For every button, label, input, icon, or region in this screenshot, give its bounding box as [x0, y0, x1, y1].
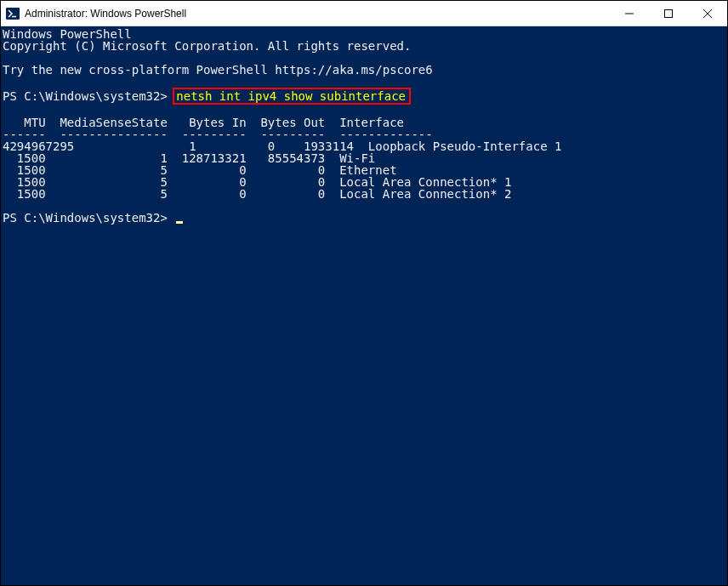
banner-line: Windows PowerShell: [3, 28, 725, 40]
prompt-line-2: PS C:\Windows\system32>: [3, 212, 725, 224]
table-row: 1500 5 0 0 Ethernet: [3, 164, 725, 176]
table-row: 4294967295 1 0 1933114 Loopback Pseudo-I…: [3, 140, 725, 152]
tip-line: Try the new cross-platform PowerShell ht…: [3, 64, 725, 76]
terminal-content[interactable]: Windows PowerShellCopyright (C) Microsof…: [1, 26, 727, 585]
blank-line: [3, 200, 725, 212]
prompt-prefix: PS C:\Windows\system32>: [3, 211, 174, 225]
powershell-window: Administrator: Windows PowerShell Window…: [0, 0, 728, 586]
close-button[interactable]: [688, 1, 727, 26]
table-row: 1500 1 128713321 85554373 Wi-Fi: [3, 152, 725, 164]
svg-rect-3: [665, 9, 673, 17]
table-row: 1500 5 0 0 Local Area Connection* 1: [3, 176, 725, 188]
prompt-line-1: PS C:\Windows\system32> netsh int ipv4 s…: [3, 88, 725, 105]
cursor: [176, 221, 183, 224]
table-row: 1500 5 0 0 Local Area Connection* 2: [3, 188, 725, 200]
command-highlight-box: netsh int ipv4 show subinterface: [173, 88, 411, 105]
titlebar[interactable]: Administrator: Windows PowerShell: [1, 1, 727, 26]
blank-line: [3, 52, 725, 64]
window-controls: [610, 1, 727, 26]
blank-line: [3, 105, 725, 117]
maximize-button[interactable]: [649, 1, 688, 26]
copyright-line: Copyright (C) Microsoft Corporation. All…: [3, 40, 725, 52]
minimize-button[interactable]: [610, 1, 649, 26]
blank-line: [3, 76, 725, 88]
prompt-prefix: PS C:\Windows\system32>: [3, 89, 174, 103]
table-divider: ------ --------------- --------- -------…: [3, 128, 725, 140]
table-header: MTU MediaSenseState Bytes In Bytes Out I…: [3, 117, 725, 128]
window-title: Administrator: Windows PowerShell: [25, 8, 610, 20]
powershell-icon: [6, 7, 20, 20]
command-text: netsh int ipv4 show subinterface: [176, 90, 406, 102]
